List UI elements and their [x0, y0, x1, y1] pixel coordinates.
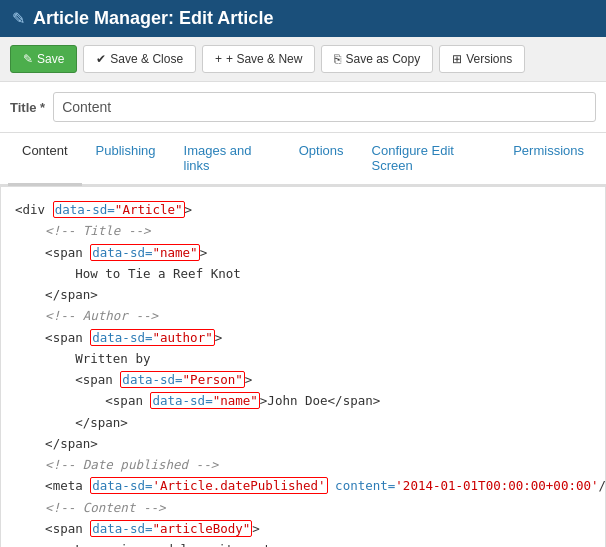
copy-icon: ⎘	[334, 52, 341, 66]
tab-content[interactable]: Content	[8, 133, 82, 186]
edit-icon: ✎	[12, 9, 25, 28]
title-input[interactable]	[53, 92, 596, 122]
tabs-bar: Content Publishing Images and links Opti…	[0, 133, 606, 186]
code-line: <span data-sd="name">John Doe</span>	[15, 390, 591, 411]
versions-icon: ⊞	[452, 52, 462, 66]
code-line: <!-- Date published -->	[15, 454, 591, 475]
save-close-button[interactable]: ✔ Save & Close	[83, 45, 196, 73]
header-bar: ✎ Article Manager: Edit Article	[0, 0, 606, 37]
tab-permissions[interactable]: Permissions	[499, 133, 598, 186]
save-button[interactable]: ✎ Save	[10, 45, 77, 73]
tab-configure-edit-screen[interactable]: Configure Edit Screen	[358, 133, 500, 186]
code-line: How to Tie a Reef Knot	[15, 263, 591, 284]
title-area: Title *	[0, 82, 606, 133]
plus-icon: +	[215, 52, 222, 66]
code-line: </span>	[15, 412, 591, 433]
code-line: </span>	[15, 433, 591, 454]
code-line: <span data-sd="name">	[15, 242, 591, 263]
code-line: <span data-sd="author">	[15, 327, 591, 348]
versions-button[interactable]: ⊞ Versions	[439, 45, 525, 73]
tab-publishing[interactable]: Publishing	[82, 133, 170, 186]
code-line: <span data-sd="Person">	[15, 369, 591, 390]
check-icon: ✔	[96, 52, 106, 66]
save-copy-button[interactable]: ⎘ Save as Copy	[321, 45, 433, 73]
tab-images-links[interactable]: Images and links	[170, 133, 285, 186]
code-line: Lorem ipsum dolor sit amet...	[15, 539, 591, 547]
code-line: <span data-sd="articleBody">	[15, 518, 591, 539]
title-label: Title *	[10, 100, 45, 115]
save-new-button[interactable]: + + Save & New	[202, 45, 315, 73]
code-line: <meta data-sd='Article.datePublished' co…	[15, 475, 591, 496]
code-line: Written by	[15, 348, 591, 369]
page-title: Article Manager: Edit Article	[33, 8, 273, 29]
save-icon: ✎	[23, 52, 33, 66]
code-line: <!-- Title -->	[15, 220, 591, 241]
code-line: </span>	[15, 284, 591, 305]
code-line: <!-- Author -->	[15, 305, 591, 326]
code-line: <!-- Content -->	[15, 497, 591, 518]
toolbar: ✎ Save ✔ Save & Close + + Save & New ⎘ S…	[0, 37, 606, 82]
code-line: <div data-sd="Article">	[15, 199, 591, 220]
tab-options[interactable]: Options	[285, 133, 358, 186]
code-editor: <div data-sd="Article"> <!-- Title --> <…	[0, 186, 606, 547]
